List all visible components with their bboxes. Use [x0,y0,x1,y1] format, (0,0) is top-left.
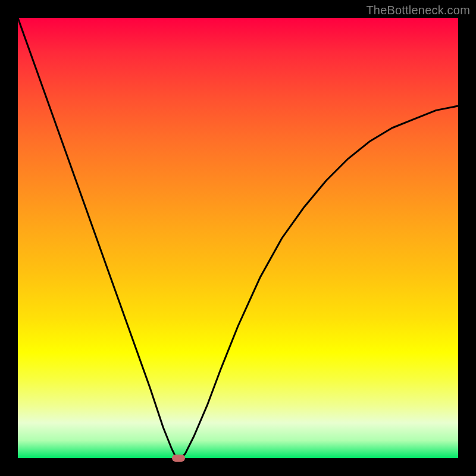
plot-area [18,18,458,458]
watermark-text: TheBottleneck.com [366,4,470,17]
optimal-point-marker [172,455,185,462]
chart-frame: TheBottleneck.com [0,0,476,476]
curve-layer [18,18,458,458]
bottleneck-curve [18,18,458,458]
